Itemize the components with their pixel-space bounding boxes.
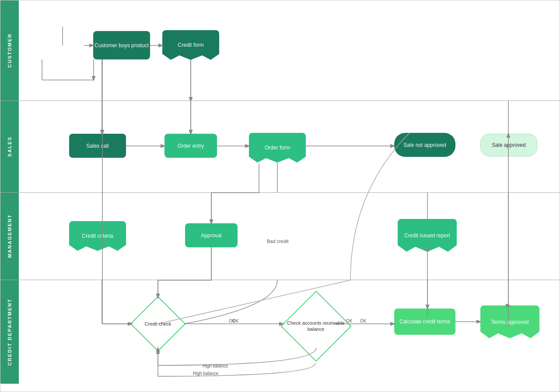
lane-label-credit: CREDIT DEPARTMENT [0, 280, 19, 384]
node-check-accounts[interactable]: Check accounts receivable balance [283, 298, 349, 354]
lane-credit: CREDIT DEPARTMENT Credit check Check acc… [0, 280, 560, 384]
node-calculate-credit[interactable]: Calculate credit terms [394, 309, 455, 335]
node-sale-not-approved[interactable]: Sale not approved [394, 133, 455, 157]
svg-text:OK: OK [360, 319, 367, 323]
swimlanes: CUSTOMER Customer buys product Credit fo… [0, 0, 560, 392]
lane-label-customer: CUSTOMER [0, 0, 19, 101]
lane-content-credit: Credit check Check accounts receivable b… [19, 280, 560, 384]
node-sales-call[interactable]: Sales call [69, 134, 126, 158]
node-credit-issued-report[interactable]: Credit issued report [398, 219, 457, 252]
node-approval[interactable]: Approval [185, 223, 238, 247]
node-order-form[interactable]: Order form [249, 133, 306, 163]
lane-content-management: Credit criteria Approval Bad credit Cred… [19, 193, 560, 280]
node-customer-buys[interactable]: Customer buys product [93, 31, 150, 59]
node-terms-approved[interactable]: Terms approved [480, 305, 539, 338]
lane-content-sales: Sales call Order entry Order form Sale n… [19, 101, 560, 192]
node-credit-form[interactable]: Credit form [162, 30, 219, 60]
diagram-container: CUSTOMER Customer buys product Credit fo… [0, 0, 560, 392]
node-sale-approved[interactable]: Sale approved [480, 134, 537, 156]
node-credit-check[interactable]: Credit check [132, 298, 184, 350]
lane-label-sales: SALES [0, 101, 19, 192]
lane-label-management: MANAGEMENT [0, 193, 19, 280]
svg-text:OK: OK [229, 319, 235, 323]
label-bad-credit: Bad credit [267, 239, 289, 244]
node-credit-criteria[interactable]: Credit criteria [69, 221, 126, 251]
lane-customer: CUSTOMER Customer buys product Credit fo… [0, 0, 560, 101]
lane-content-customer: Customer buys product Credit form [19, 0, 560, 101]
svg-text:High balance: High balance [203, 364, 228, 368]
lane-management: MANAGEMENT Credit criteria Approval Bad … [0, 193, 560, 280]
node-order-entry[interactable]: Order entry [164, 134, 217, 158]
lane-sales: SALES Sales call Order entry Order form … [0, 101, 560, 193]
